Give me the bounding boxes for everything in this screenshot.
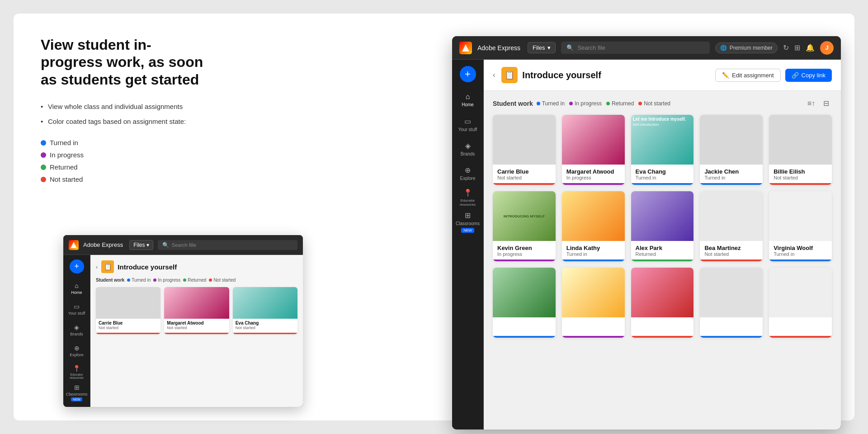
info-jackie-chen: Jackie Chen Turned in: [700, 165, 763, 185]
tag-returned: Returned: [41, 163, 212, 171]
user-avatar[interactable]: J: [820, 41, 834, 55]
bell-icon[interactable]: 🔔: [806, 43, 815, 52]
card-row3-5[interactable]: [769, 268, 832, 338]
card-row3-2[interactable]: [562, 268, 625, 338]
premium-icon: 🌐: [720, 45, 727, 51]
status-turned-in: Turned in: [537, 100, 565, 107]
thumb-row3-5: [769, 268, 832, 317]
card-carrie-blue[interactable]: Carrie Blue Not started: [493, 115, 556, 185]
mini-nav-your-stuff[interactable]: ▭ Your stuff: [66, 300, 88, 319]
main-content: + ⌂ Home ▭ Your stuff ◈ Brands ⊕ Explore: [452, 60, 841, 429]
sidebar-item-home[interactable]: ⌂ Home: [454, 89, 481, 111]
mini-nav-explore[interactable]: ⊕ Explore: [66, 341, 88, 360]
thumb-margaret-atwood: [562, 115, 625, 165]
mini-explore-icon: ⊕: [74, 344, 80, 352]
info-row3-1: [493, 317, 556, 338]
sidebar-item-your-stuff[interactable]: ▭ Your stuff: [454, 113, 481, 136]
status-tags: Turned in In progress Returned: [537, 100, 670, 107]
grid-view-button[interactable]: ⊟: [821, 98, 832, 108]
card-margaret-atwood[interactable]: Margaret Atwood In progress: [562, 115, 625, 185]
tag-in-progress: In progress: [41, 151, 212, 159]
main-app-window: Adobe Express Files ▾ 🔍 Search file 🌐 Pr…: [452, 36, 841, 429]
mini-tag-returned: Returned: [183, 278, 206, 283]
mini-back-button[interactable]: ‹: [96, 264, 98, 270]
mini-plus-button[interactable]: +: [70, 259, 84, 274]
card-jackie-chen[interactable]: Jackie Chen Turned in: [700, 115, 763, 185]
info-margaret-atwood: Margaret Atwood In progress: [562, 165, 625, 185]
eva-thumb-inner: Let me Introduce myself. Self-introducti…: [631, 115, 694, 165]
grid-icon[interactable]: ⊞: [794, 43, 800, 52]
mini-card-info-margaret: Margaret Atwood Not started: [164, 319, 229, 334]
students-row-2: INTRODUCING MYSELF Kevin Green In progre…: [493, 191, 832, 261]
mini-nav-classrooms[interactable]: ⊞ Classrooms NEW: [66, 383, 88, 402]
mini-files-dropdown[interactable]: Files ▾: [129, 240, 153, 250]
info-row3-5: [769, 317, 832, 338]
mini-assignment-title: Introduce yourself: [118, 263, 177, 271]
section-label: Student work: [493, 100, 533, 107]
assignment-title: Introduce yourself: [522, 70, 601, 80]
mini-card-margaret[interactable]: Margaret Atwood Not started: [164, 287, 229, 334]
mini-nav-brands[interactable]: ◈ Brands: [66, 321, 88, 340]
plus-button[interactable]: +: [460, 66, 476, 82]
refresh-icon[interactable]: ↻: [783, 43, 789, 52]
info-alex-park: Alex Park Returned: [631, 241, 694, 261]
bullet-list: View whole class and individual assignme…: [41, 102, 212, 126]
students-row-3: [493, 268, 832, 338]
outer-container: View student in-progress work, as soon a…: [14, 14, 854, 420]
list-sort-button[interactable]: ≡↑: [805, 98, 818, 108]
mini-card-info-carrie: Carrie Blue Not started: [96, 319, 160, 334]
card-billie-eilish[interactable]: Billie Eilish Not started: [769, 115, 832, 185]
student-work-section: Student work Turned in In progress: [484, 91, 841, 345]
files-dropdown[interactable]: Files ▾: [528, 42, 556, 53]
header-actions: ✏️ Edit assignment 🔗 Copy link: [715, 69, 832, 82]
card-bea-martinez[interactable]: Bea Martinez Not started: [700, 191, 763, 261]
thumb-alex-park: [631, 191, 694, 241]
app-name: Adobe Express: [477, 44, 520, 52]
tag-list: Turned in In progress Returned Not start…: [41, 139, 212, 183]
mini-tag-not-started: Not started: [209, 278, 236, 283]
mini-card-carrie[interactable]: Carrie Blue Not started: [96, 287, 160, 334]
card-row3-4[interactable]: [700, 268, 763, 338]
brands-icon: ◈: [465, 142, 471, 150]
mini-content: + ⌂ Home ▭ Your stuff ◈ Brands ⊕ Explore: [63, 255, 303, 407]
mini-nav-educator[interactable]: 📍 Educator resources: [66, 363, 88, 382]
turned-in-dot: [41, 140, 46, 146]
card-eva-chang[interactable]: Let me Introduce myself. Self-introducti…: [631, 115, 694, 185]
info-billie-eilish: Billie Eilish Not started: [769, 165, 832, 185]
mini-cards-grid: Carrie Blue Not started Margaret Atwood …: [96, 287, 297, 334]
mini-status-row: Student work Turned in In progress Retur…: [96, 278, 297, 283]
mini-search-bar[interactable]: 🔍 Search fille: [158, 240, 297, 250]
adobe-logo: [459, 42, 472, 54]
mini-card-info-eva: Eva Chang Not started: [233, 319, 297, 334]
sidebar-item-classrooms[interactable]: ⊞ Classrooms NEW: [454, 211, 481, 233]
not-started-dot: [41, 177, 46, 182]
copy-link-button[interactable]: 🔗 Copy link: [785, 69, 832, 82]
mini-thumb-eva: [233, 287, 297, 319]
bullet-item-1: View whole class and individual assignme…: [41, 102, 212, 111]
card-row3-3[interactable]: [631, 268, 694, 338]
thumb-eva-chang: Let me Introduce myself. Self-introducti…: [631, 115, 694, 165]
card-alex-park[interactable]: Alex Park Returned: [631, 191, 694, 261]
thumb-row3-4: [700, 268, 763, 317]
card-linda-kathy[interactable]: Linda Kathy Turned in: [562, 191, 625, 261]
search-bar[interactable]: 🔍 Search file: [561, 42, 709, 54]
mini-nav-home[interactable]: ⌂ Home: [66, 279, 88, 298]
topbar-right: 🌐 Premium member ↻ ⊞ 🔔 J: [715, 41, 834, 55]
edit-assignment-button[interactable]: ✏️ Edit assignment: [715, 69, 781, 82]
mini-app-window: Adobe Express Files ▾ 🔍 Search fille + ⌂…: [63, 235, 303, 407]
sidebar-item-brands[interactable]: ◈ Brands: [454, 137, 481, 160]
card-virginia-woolf[interactable]: Virginia Woolf Turned in: [769, 191, 832, 261]
card-row3-1[interactable]: [493, 268, 556, 338]
mini-app-name: Adobe Express: [83, 241, 123, 248]
info-eva-chang: Eva Chang Turned in: [631, 165, 694, 185]
sidebar-item-explore[interactable]: ⊕ Explore: [454, 162, 481, 184]
mini-educator-icon: 📍: [73, 365, 80, 372]
thumb-carrie-blue: [493, 115, 556, 165]
mini-assignment-header: ‹ 📋 Introduce yourself: [96, 260, 297, 273]
card-kevin-green[interactable]: INTRODUCING MYSELF Kevin Green In progre…: [493, 191, 556, 261]
svg-marker-1: [462, 44, 469, 52]
mini-card-eva[interactable]: Eva Chang Not started: [233, 287, 297, 334]
margaret-thumb-content: [562, 115, 625, 165]
sidebar-item-educator[interactable]: 📍 Educator resources: [454, 186, 481, 209]
back-button[interactable]: ‹: [493, 71, 495, 79]
